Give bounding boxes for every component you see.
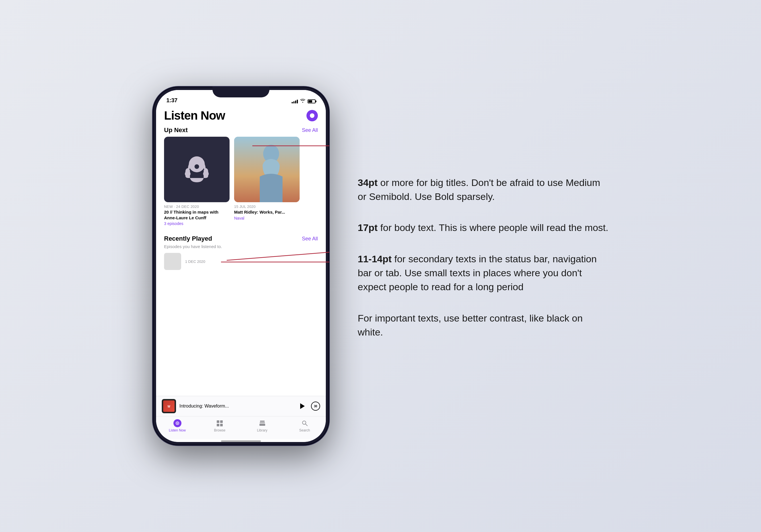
svg-point-12: [303, 421, 306, 424]
card-1-subtitle: 3 episodes: [164, 221, 230, 226]
signal-bars-icon: [292, 99, 298, 103]
browse-tab-icon: [216, 419, 224, 427]
recently-played-label: Recently Played: [164, 235, 212, 242]
tab-library-label: Library: [257, 428, 267, 432]
battery-icon: [308, 99, 316, 103]
page-title: Listen Now: [164, 109, 225, 122]
guide-text-11-14pt: 11-14pt for secondary texts in the statu…: [358, 252, 608, 294]
search-tab-icon: [301, 419, 309, 427]
recently-played-header: Recently Played See All: [156, 233, 326, 244]
phone-shell: 1:37: [153, 87, 329, 445]
svg-line-13: [306, 424, 307, 426]
guide-section-17pt: 17pt for body text. This is where people…: [358, 221, 608, 235]
recent-info-1: 1 DEC 2020: [185, 260, 318, 264]
card-1[interactable]: NEW · 24 DEC 2020 20 // Thinking in maps…: [164, 137, 230, 226]
guide-regular-17pt: for body text. This is where people will…: [378, 222, 608, 233]
guide-regular-11-14pt: for secondary texts in the status bar, n…: [358, 254, 597, 292]
guide-regular-34pt: or more for big titles. Don't be afraid …: [358, 177, 600, 202]
svg-point-3: [195, 164, 199, 169]
card-2-date: 15 JUL 2020: [234, 205, 300, 209]
recently-played-section: Recently Played See All Episodes you hav…: [156, 230, 326, 272]
tab-bar: Listen Now Browse: [156, 416, 326, 439]
skip-30-button[interactable]: 30: [311, 401, 320, 411]
tab-listen-now[interactable]: Listen Now: [156, 419, 199, 432]
phone-notch: [212, 87, 269, 97]
phone-mockup: 1:37: [153, 87, 329, 445]
up-next-header: Up Next See All: [156, 124, 326, 136]
recently-played-see-all[interactable]: See All: [302, 236, 318, 242]
screen-content: 1:37: [156, 90, 326, 442]
skip-label: 30: [314, 405, 317, 408]
svg-rect-11: [260, 424, 265, 426]
cards-row: NEW · 24 DEC 2020 20 // Thinking in maps…: [156, 136, 326, 230]
svg-point-2: [203, 171, 209, 177]
tab-search[interactable]: Search: [283, 419, 326, 432]
play-triangle-icon: [300, 403, 305, 409]
mini-player-thumbnail: W: [162, 399, 176, 413]
card-1-meta: NEW · 24 DEC 2020 20 // Thinking in maps…: [164, 202, 230, 226]
svg-rect-9: [260, 421, 264, 422]
card-2[interactable]: 15 JUL 2020 Matt Ridley: Works, Par... N…: [234, 137, 300, 226]
svg-rect-10: [260, 422, 265, 423]
play-button[interactable]: [298, 402, 306, 410]
status-icons: [292, 99, 316, 104]
guide-section-34pt: 34pt or more for big titles. Don't be af…: [358, 176, 608, 204]
tab-library[interactable]: Library: [241, 419, 283, 432]
guide-section-contrast: For important texts, use better contrast…: [358, 311, 608, 339]
status-time: 1:37: [166, 97, 177, 104]
wifi-icon: [300, 99, 305, 104]
listen-now-icon: [173, 419, 181, 427]
user-avatar[interactable]: [307, 110, 318, 121]
recent-thumb-1: [164, 253, 181, 270]
library-tab-icon: [258, 419, 266, 427]
up-next-see-all[interactable]: See All: [302, 127, 318, 133]
page-layout: 1:37: [39, 87, 722, 445]
svg-point-8: [177, 423, 178, 424]
up-next-label: Up Next: [164, 126, 188, 134]
card-1-date: NEW · 24 DEC 2020: [164, 205, 230, 209]
guide-text-contrast: For important texts, use better contrast…: [358, 311, 608, 339]
phone-screen: 1:37: [156, 90, 326, 442]
card-1-title: 20 // Thinking in maps with Anne-Laure L…: [164, 209, 230, 220]
avatar-inner: [310, 113, 315, 118]
tab-search-label: Search: [299, 428, 310, 432]
guide-bold-11-14pt: 11-14pt: [358, 254, 392, 264]
card-2-title: Matt Ridley: Works, Par...: [234, 209, 300, 215]
spacer: [156, 272, 326, 396]
card-2-image: [234, 137, 300, 202]
guide-text-34pt: 34pt or more for big titles. Don't be af…: [358, 176, 608, 204]
mini-thumb-art: W: [163, 400, 175, 412]
card-2-subtitle: Naval: [234, 216, 300, 220]
mini-player-controls: 30: [298, 401, 320, 411]
guide-section-11-14pt: 11-14pt for secondary texts in the statu…: [358, 252, 608, 294]
guide-bold-34pt: 34pt: [358, 177, 378, 188]
browse-icon: [217, 420, 223, 426]
guide-bold-17pt: 17pt: [358, 222, 378, 233]
card-1-image: [164, 137, 230, 202]
tab-browse-label: Browse: [214, 428, 225, 432]
guide-regular-contrast: For important texts, use better contrast…: [358, 313, 583, 337]
tab-browse[interactable]: Browse: [199, 419, 241, 432]
recent-item-1[interactable]: 1 DEC 2020: [156, 251, 326, 272]
listen-now-tab-icon: [173, 419, 181, 427]
recently-played-description: Episodes you have listened to.: [156, 244, 326, 251]
app-header: Listen Now: [156, 106, 326, 124]
tab-listen-now-label: Listen Now: [169, 428, 186, 432]
recent-date-1: 1 DEC 2020: [185, 260, 318, 264]
guide-text-17pt: 17pt for body text. This is where people…: [358, 221, 608, 235]
mini-player[interactable]: W Introducing: Waveform... 30: [156, 396, 326, 416]
card-2-meta: 15 JUL 2020 Matt Ridley: Works, Par... N…: [234, 202, 300, 221]
svg-point-1: [185, 171, 191, 177]
typography-guide: 34pt or more for big titles. Don't be af…: [358, 164, 608, 368]
home-bar: [221, 440, 261, 442]
svg-text:W: W: [167, 405, 170, 408]
mini-player-title: Introducing: Waveform...: [179, 403, 294, 409]
